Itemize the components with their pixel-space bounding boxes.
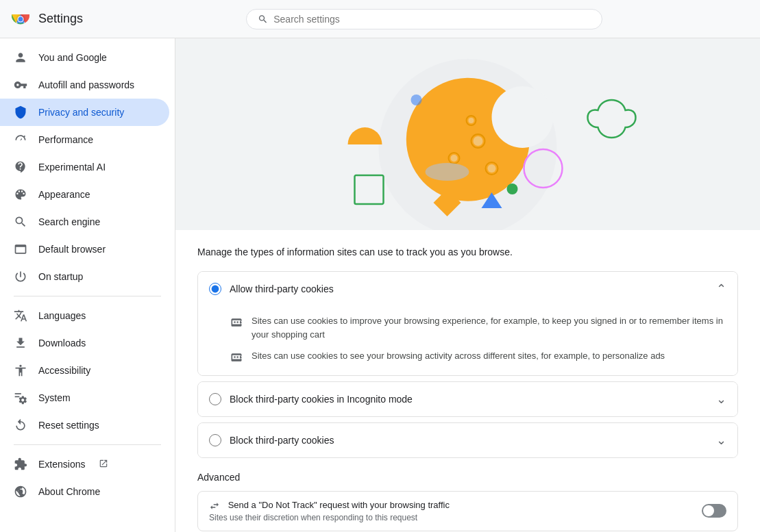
dnt-arrows-icon: [209, 501, 220, 511]
page-title: Settings: [38, 12, 83, 26]
sidebar-item-performance[interactable]: Performance: [0, 126, 169, 153]
svg-point-23: [236, 321, 238, 323]
sidebar-item-system[interactable]: System: [0, 384, 169, 411]
sidebar-item-languages[interactable]: Languages: [0, 302, 169, 329]
sidebar-label: Appearance: [38, 189, 90, 200]
search-input[interactable]: [273, 14, 591, 25]
search-bar[interactable]: [246, 9, 602, 29]
sidebar-item-you-and-google[interactable]: You and Google: [0, 44, 169, 71]
main-layout: You and Google Autofill and passwords Pr…: [0, 38, 760, 532]
sidebar-label: Privacy and security: [38, 107, 124, 118]
radio-left-2: Block third-party cookies in Incognito m…: [209, 393, 413, 405]
sidebar-item-search-engine[interactable]: Search engine: [0, 208, 169, 236]
svg-point-25: [236, 356, 238, 358]
cookie-bullet-2-text: Sites can use cookies to see your browsi…: [252, 349, 665, 363]
sidebar-label: Languages: [38, 310, 86, 321]
sidebar-divider-1: [14, 296, 161, 296]
block-incognito-section: Block third-party cookies in Incognito m…: [197, 381, 738, 417]
system-icon: [14, 391, 27, 405]
allow-third-party-radio[interactable]: [209, 283, 221, 295]
sidebar-item-privacy[interactable]: Privacy and security: [0, 99, 169, 126]
advanced-section: Advanced Send a "Do Not Track" request w…: [197, 472, 738, 532]
svg-point-22: [234, 321, 236, 323]
sidebar-item-appearance[interactable]: Appearance: [0, 181, 169, 208]
expand-icon-3: ⌄: [716, 433, 726, 448]
reset-icon: [14, 418, 27, 432]
expand-icon-2: ⌄: [716, 392, 726, 407]
svg-point-14: [469, 118, 474, 123]
svg-point-8: [474, 136, 483, 146]
sidebar-item-reset-settings[interactable]: Reset settings: [0, 411, 169, 439]
sidebar-item-on-startup[interactable]: On startup: [0, 263, 169, 290]
extensions-icon: [14, 457, 27, 471]
illustration-svg: [175, 38, 760, 230]
search-icon: [258, 14, 268, 25]
sidebar-label: Extensions: [38, 459, 85, 470]
radio-left-3: Block third-party cookies: [209, 434, 334, 446]
dnt-row: Send a "Do Not Track" request with your …: [197, 491, 738, 531]
translate-icon: [14, 309, 27, 322]
sidebar: You and Google Autofill and passwords Pr…: [0, 38, 175, 532]
svg-point-24: [234, 356, 236, 358]
block-all-section: Block third-party cookies ⌄: [197, 422, 738, 458]
chrome-nav-icon: [14, 485, 27, 498]
allow-third-party-expanded: Sites can use cookies to improve your br…: [198, 314, 737, 375]
block-all-radio[interactable]: [209, 434, 221, 446]
sidebar-label: Search engine: [38, 216, 100, 227]
sidebar-item-extensions[interactable]: Extensions: [0, 451, 169, 478]
svg-rect-20: [355, 175, 384, 204]
block-incognito-header[interactable]: Block third-party cookies in Incognito m…: [198, 382, 737, 416]
sidebar-label: Reset settings: [38, 420, 99, 431]
sidebar-label: Default browser: [38, 244, 106, 255]
svg-point-17: [507, 183, 518, 194]
dnt-label: Send a "Do Not Track" request with your …: [209, 500, 450, 511]
cookie-bullet-2: Sites can use cookies to see your browsi…: [230, 349, 726, 364]
svg-point-3: [19, 16, 23, 21]
sidebar-item-autofill[interactable]: Autofill and passwords: [0, 71, 169, 99]
appearance-icon: [14, 188, 27, 201]
allow-third-party-label: Allow third-party cookies: [230, 283, 334, 294]
advanced-title: Advanced: [197, 472, 738, 483]
sidebar-item-about-chrome[interactable]: About Chrome: [0, 478, 169, 505]
content-body: Manage the types of information sites ca…: [175, 230, 760, 532]
svg-point-6: [492, 86, 554, 148]
top-bar: Settings: [0, 0, 760, 38]
cookie-bullet-1-text: Sites can use cookies to improve your br…: [252, 314, 726, 341]
block-incognito-label: Block third-party cookies in Incognito m…: [230, 394, 413, 405]
power-icon: [14, 270, 27, 283]
collapse-icon: ⌃: [716, 281, 726, 296]
accessibility-icon: [14, 364, 27, 377]
sidebar-label: Experimental AI: [38, 162, 106, 173]
block-all-header[interactable]: Block third-party cookies ⌄: [198, 423, 737, 457]
cookie-illustration: [175, 38, 760, 230]
dnt-text-container: Send a "Do Not Track" request with your …: [209, 500, 450, 522]
sidebar-label: Performance: [38, 134, 93, 145]
browser-icon: [14, 242, 27, 256]
download-icon: [14, 336, 27, 350]
block-all-label: Block third-party cookies: [230, 435, 334, 446]
sidebar-item-default-browser[interactable]: Default browser: [0, 236, 169, 263]
section-description: Manage the types of information sites ca…: [197, 246, 738, 257]
svg-point-10: [488, 164, 496, 173]
sidebar-item-experimental-ai[interactable]: Experimental AI: [0, 153, 169, 181]
dnt-toggle[interactable]: [702, 504, 726, 518]
allow-third-party-header[interactable]: Allow third-party cookies ⌃: [198, 272, 737, 306]
svg-point-21: [411, 94, 422, 105]
sidebar-item-accessibility[interactable]: Accessibility: [0, 357, 169, 384]
shield-icon: [14, 105, 27, 119]
sidebar-item-downloads[interactable]: Downloads: [0, 329, 169, 357]
allow-third-party-section: Allow third-party cookies ⌃ Sites can us…: [197, 271, 738, 376]
cookie-bullet-1: Sites can use cookies to improve your br…: [230, 314, 726, 341]
sidebar-label: System: [38, 392, 71, 403]
key-icon: [14, 78, 27, 92]
sidebar-label: You and Google: [38, 52, 107, 63]
sidebar-label: On startup: [38, 271, 83, 282]
svg-point-12: [451, 155, 458, 162]
chrome-logo-icon: [11, 10, 30, 29]
dnt-sublabel: Sites use their discretion when respondi…: [209, 513, 450, 522]
block-incognito-radio[interactable]: [209, 393, 221, 405]
cookie-icon-1: [230, 316, 243, 329]
external-link-icon: [99, 459, 108, 470]
content-area: Manage the types of information sites ca…: [175, 38, 760, 532]
person-icon: [14, 51, 27, 64]
